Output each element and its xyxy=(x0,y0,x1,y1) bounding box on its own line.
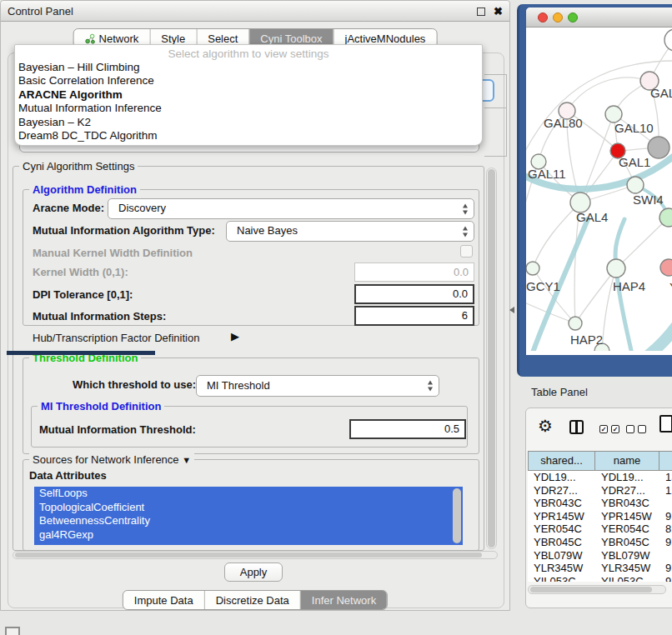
hub-section-label[interactable]: Hub/Transcription Factor Definition xyxy=(33,332,199,344)
kernel-width-field[interactable]: 0.0 xyxy=(354,262,474,282)
cyni-settings-title: Cyni Algorithm Settings xyxy=(19,160,138,172)
algorithm-option-bayesian-k2[interactable]: Bayesian – K2 xyxy=(15,116,482,129)
network-node-swi4[interactable] xyxy=(627,177,644,193)
split-columns-icon[interactable] xyxy=(569,420,584,434)
attributes-list-scrollbar[interactable] xyxy=(453,488,461,543)
algorithm-option-mutual-information-inference[interactable]: Mutual Information Inference xyxy=(15,102,482,115)
network-titlebar[interactable] xyxy=(526,8,672,28)
dpi-tolerance-field[interactable]: 0.0 xyxy=(354,284,474,304)
node-label-gal10: GAL10 xyxy=(614,121,654,135)
which-threshold-label: Which threshold to use: xyxy=(73,378,196,391)
network-node-hap2[interactable] xyxy=(569,317,582,330)
panel-splitter-collapse-icon[interactable] xyxy=(509,307,514,313)
apply-button[interactable]: Apply xyxy=(224,562,283,582)
network-window-inner: GALGAL80GAL10GAL1GAL11SWI4GAL4GCY1HAP4YH… xyxy=(526,8,672,355)
tab-infer-network[interactable]: Infer Network xyxy=(300,591,387,609)
settings-horizontal-scrollbar[interactable] xyxy=(13,551,498,559)
tab-impute-data[interactable]: Impute Data xyxy=(123,591,204,609)
settings-gear-icon[interactable]: ⚙ xyxy=(538,417,553,435)
algorithm-option-basic-correlation-inference[interactable]: Basic Correlation Inference xyxy=(15,74,482,88)
stepper-arrows-icon xyxy=(428,381,433,392)
table-rows[interactable]: YDL19...YDL19...13YDR27...YDR27...12YBR0… xyxy=(528,471,672,582)
desktop: Control Panel ✖ NetworkStyleSelectCyni T… xyxy=(0,0,672,635)
kernel-width-label: Kernel Width (0,1): xyxy=(33,266,128,278)
expanded-arrow-icon[interactable]: ▼ xyxy=(182,455,191,465)
table-row[interactable]: YLR345WYLR345W9. xyxy=(528,562,672,575)
table-cell: 9 xyxy=(659,575,672,582)
settings-vertical-scrollbar[interactable] xyxy=(486,168,497,549)
select-unchecked-icon[interactable] xyxy=(626,425,646,433)
control-panel-titlebar[interactable]: Control Panel ✖ xyxy=(1,1,509,22)
float-window-icon[interactable] xyxy=(477,8,485,16)
tab-discretize-data[interactable]: Discretize Data xyxy=(204,591,300,609)
table-row[interactable]: YPR145WYPR145W9. xyxy=(528,510,672,523)
network-node-y[interactable] xyxy=(660,259,672,276)
zoom-traffic-light-icon[interactable] xyxy=(568,12,578,22)
attribute-item-gal4rgexp[interactable]: gal4RGexp xyxy=(34,528,463,542)
column-header-2[interactable] xyxy=(659,451,672,471)
table-row[interactable]: YDR27...YDR27...12 xyxy=(528,484,672,498)
network-node-hap4[interactable] xyxy=(607,259,625,278)
minimize-traffic-light-icon[interactable] xyxy=(553,12,563,22)
attribute-item-betweennesscentrality[interactable]: BetweennessCentrality xyxy=(34,514,463,528)
table-cell: YDR27... xyxy=(528,484,595,498)
minimized-panel-icon[interactable] xyxy=(5,627,20,635)
which-threshold-select[interactable]: MI Threshold xyxy=(196,375,439,397)
network-node-gcy1[interactable] xyxy=(526,262,539,275)
table-cell: 13 xyxy=(659,471,672,484)
algorithm-option-dream8-dc-tdc-algorithm[interactable]: Dream8 DC_TDC Algorithm xyxy=(15,129,482,142)
table-row[interactable]: YIL053CYIL053C9 xyxy=(528,575,672,582)
network-highlight-edges xyxy=(526,154,672,351)
stepper-arrows-icon xyxy=(463,203,468,214)
mi-threshold-field[interactable]: 0.5 xyxy=(349,419,466,439)
attribute-item-selfloops[interactable]: SelfLoops xyxy=(34,487,463,501)
table-horizontal-scrollbar[interactable] xyxy=(528,585,666,594)
network-node[interactable] xyxy=(648,137,669,158)
collapsed-arrow-icon[interactable]: ▶ xyxy=(231,330,239,342)
table-row[interactable]: YER054CYER054C8. xyxy=(528,522,672,536)
mi-algorithm-type-label: Mutual Information Algorithm Type: xyxy=(33,224,215,237)
network-node-gal10[interactable] xyxy=(605,106,622,122)
node-label-hap2: HAP2 xyxy=(570,332,603,347)
table-cell: 8. xyxy=(659,522,672,536)
table-cell: YLR345W xyxy=(528,562,595,575)
table-cell: 12 xyxy=(659,484,672,498)
table-cell: YPR145W xyxy=(595,510,659,523)
table-cell: YBR043C xyxy=(528,497,595,510)
column-header-name[interactable]: name xyxy=(595,451,659,471)
table-cell: YBR045C xyxy=(528,536,595,549)
network-canvas[interactable]: GALGAL80GAL10GAL1GAL11SWI4GAL4GCY1HAP4YH… xyxy=(526,28,672,351)
data-attributes-list[interactable]: SelfLoopsTopologicalCoefficientBetweenne… xyxy=(34,487,463,545)
algorithm-option-bayesian-hill-climbing[interactable]: Bayesian – Hill Climbing xyxy=(15,61,482,74)
node-label-gal1: GAL1 xyxy=(619,155,650,169)
table-row[interactable]: YBR045CYBR045C9. xyxy=(528,536,672,549)
network-window[interactable]: GALGAL80GAL10GAL1GAL11SWI4GAL4GCY1HAP4YH… xyxy=(517,4,672,377)
table-row[interactable]: YBL079WYBL079W xyxy=(528,549,672,562)
table-row[interactable]: YDL19...YDL19...13 xyxy=(528,471,672,484)
algorithm-option-aracne-algorithm[interactable]: ARACNE Algorithm xyxy=(15,88,482,102)
table-row[interactable]: YBR043CYBR043C xyxy=(528,497,672,510)
hidden-groupbox-fragment xyxy=(484,156,506,157)
manual-kernel-width-checkbox[interactable] xyxy=(460,245,473,258)
table-cell: YPR145W xyxy=(528,510,595,523)
mi-algorithm-type-select[interactable]: Naive Bayes xyxy=(226,221,474,242)
column-header-shared-[interactable]: shared... xyxy=(528,451,595,471)
control-panel-title: Control Panel xyxy=(8,1,73,22)
network-node[interactable] xyxy=(659,208,672,227)
close-icon[interactable]: ✖ xyxy=(494,3,503,20)
table-header-row[interactable]: shared...name xyxy=(528,451,672,471)
close-traffic-light-icon[interactable] xyxy=(538,12,548,22)
network-icon xyxy=(85,33,96,44)
mi-steps-field[interactable]: 6 xyxy=(354,306,474,326)
table-cell: YER054C xyxy=(595,522,659,536)
network-node[interactable] xyxy=(664,29,672,51)
table-cell xyxy=(659,549,672,562)
new-table-icon[interactable] xyxy=(659,415,672,432)
table-panel-title: Table Panel xyxy=(531,386,588,398)
dpi-tolerance-label: DPI Tolerance [0,1]: xyxy=(33,288,133,301)
attribute-item-topologicalcoefficient[interactable]: TopologicalCoefficient xyxy=(34,501,463,515)
select-checked-icon[interactable]: ✓✓ xyxy=(599,425,619,433)
table-cell: YBL079W xyxy=(595,549,659,562)
algorithm-definition-title: Algorithm Definition xyxy=(29,183,140,196)
aracne-mode-select[interactable]: Discovery xyxy=(108,198,474,219)
